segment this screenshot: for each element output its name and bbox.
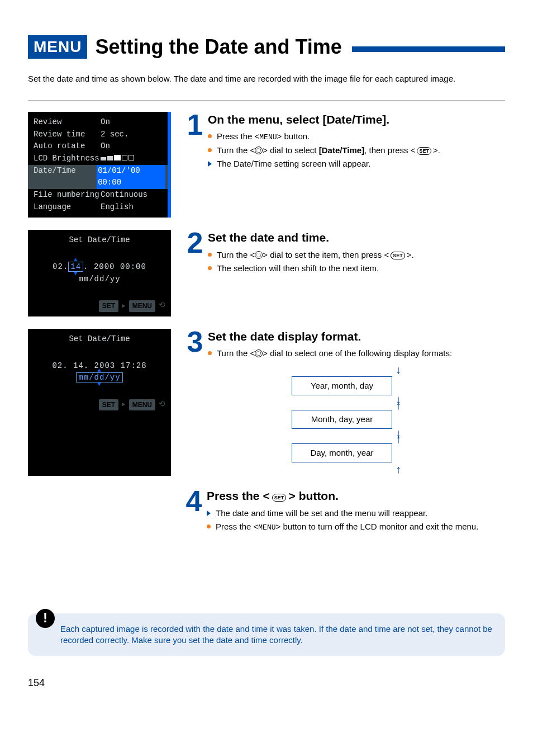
lcd-autorotate-label: Auto rotate <box>34 140 101 153</box>
lcd-brightness-label: LCD Brightness <box>34 153 101 165</box>
lcd-setdate-1-title: Set Date/Time <box>34 234 165 247</box>
lcd-setdate-2-line: 02. 14. 2003 17:28 ▲mm/dd/yy▼ <box>34 360 165 384</box>
caution-note: ! Each captured image is recorded with t… <box>28 613 505 656</box>
brightness-bars <box>101 153 135 165</box>
caution-icon: ! <box>36 609 55 628</box>
page-title: Setting the Date and Time <box>95 34 341 61</box>
lcd-datetime-label: Date/Time <box>34 165 97 189</box>
step-1-number: 1 <box>185 112 204 172</box>
step-4-title: Press the < SET > button. <box>207 488 505 504</box>
lcd-set-tag: SET <box>99 300 118 312</box>
lcd-setdate-2: Set Date/Time 02. 14. 2003 17:28 ▲mm/dd/… <box>28 329 171 476</box>
lcd-language-label: Language <box>34 201 101 214</box>
lcd-setdate-2-title: Set Date/Time <box>34 333 165 346</box>
format-option-1: Year, month, day <box>292 376 392 395</box>
lcd-review-label: Review <box>34 116 101 129</box>
step-2-bullet-1: Turn the <> dial to set the item, then p… <box>208 249 505 261</box>
lcd-review-value: On <box>101 116 110 129</box>
lcd-language-value: English <box>101 201 134 214</box>
title-accent-bar <box>352 46 505 52</box>
step-3-title: Set the date display format. <box>208 329 505 344</box>
set-icon: SET <box>272 494 287 502</box>
step-2-title: Set the date and time. <box>208 230 505 245</box>
step-4-bullet-1: The date and time will be set and the me… <box>207 508 505 519</box>
dial-icon <box>255 251 263 259</box>
lcd-reviewtime-label: Review time <box>34 129 101 141</box>
page-number: 154 <box>28 676 505 689</box>
dial-icon <box>255 147 263 154</box>
step-1-bullet-2: Turn the <> dial to select [Date/Time], … <box>208 145 505 156</box>
step-4-number: 4 <box>184 488 203 535</box>
step-2-number: 2 <box>185 230 204 276</box>
step-3-bullet-1: Turn the <> dial to select one of the fo… <box>208 348 505 359</box>
dial-icon <box>255 349 263 357</box>
lcd-autorotate-value: On <box>101 140 110 153</box>
step-1-bullet-3: The Date/Time setting screen will appear… <box>208 158 505 169</box>
set-icon: SET <box>417 147 431 155</box>
lcd-set-tag: SET <box>99 399 118 411</box>
lcd-setdate-1-line: 02.▲14▼. 2000 00:00 mm/dd/yy <box>34 261 165 285</box>
separator <box>28 100 505 101</box>
set-icon: SET <box>391 252 405 259</box>
title-row: MENU Setting the Date and Time <box>28 34 505 61</box>
caution-text: Each captured image is recorded with the… <box>60 624 492 645</box>
intro-text: Set the date and time as shown below. Th… <box>28 73 505 84</box>
format-option-2: Month, day, year <box>292 410 392 429</box>
menu-badge: MENU <box>28 35 87 59</box>
lcd-reviewtime-value: 2 sec. <box>101 129 129 141</box>
step-1-bullet-1: Press the <MENU> button. <box>208 131 505 143</box>
format-cycle: ↓ Year, month, day ↓↑ Month, day, year ↓… <box>292 364 505 475</box>
step-3-number: 3 <box>185 329 204 476</box>
lcd-menu-tag: MENU <box>129 399 155 411</box>
step-1-title: On the menu, select [Date/Time]. <box>208 112 505 127</box>
lcd-filenum-value: Continuous <box>101 189 147 201</box>
format-option-3: Day, month, year <box>292 443 392 462</box>
lcd-menu-screenshot: ReviewOn Review time2 sec. Auto rotateOn… <box>28 112 171 218</box>
lcd-filenum-label: File numbering <box>34 189 101 201</box>
lcd-datetime-value: 01/01/'00 00:00 <box>97 165 165 189</box>
lcd-menu-tag: MENU <box>129 300 155 312</box>
lcd-setdate-1: Set Date/Time 02.▲14▼. 2000 00:00 mm/dd/… <box>28 230 171 316</box>
step-2-bullet-2: The selection will then shift to the nex… <box>208 263 505 274</box>
step-4-bullet-2: Press the <MENU> button to turn off the … <box>207 521 505 533</box>
